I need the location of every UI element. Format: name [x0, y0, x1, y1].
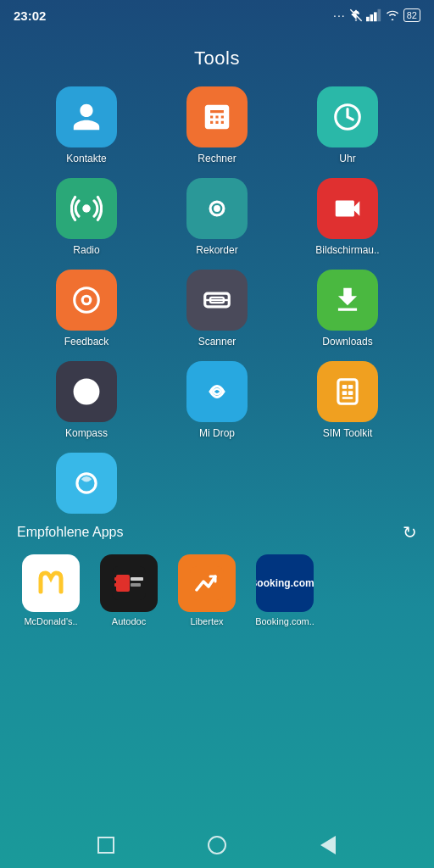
nav-home-button[interactable]: [205, 833, 229, 857]
app-label-uhr: Uhr: [339, 153, 355, 164]
rec-icon-autodoc: [100, 554, 158, 612]
battery-level: 82: [407, 10, 417, 20]
app-icon-sim-toolkit: [317, 361, 378, 422]
app-label-feedback: Feedback: [64, 336, 109, 348]
rec-app-booking[interactable]: Booking.com.. Booking.com..: [251, 554, 319, 626]
app-item-kontakte[interactable]: Kontakte: [25, 86, 147, 164]
app-icon-uhr: [317, 86, 378, 147]
nav-back-button[interactable]: [316, 833, 340, 857]
nav-bar: [0, 822, 434, 868]
app-item-sim-toolkit[interactable]: SIM Toolkit: [287, 361, 409, 439]
app-label-downloads: Downloads: [322, 336, 372, 348]
app-grid: Kontakte Rechner Uhr Radio Rekorder Bild…: [0, 86, 434, 439]
wifi-icon: [385, 9, 400, 21]
app-icon-chat: [56, 453, 117, 514]
svg-rect-0: [366, 17, 370, 21]
app-icon-bildschirmau: [317, 178, 378, 239]
app-item-chat[interactable]: [25, 453, 147, 514]
app-icon-kontakte: [56, 86, 117, 147]
app-icon-feedback: [56, 270, 117, 331]
svg-point-5: [82, 204, 91, 213]
app-label-sim-toolkit: SIM Toolkit: [323, 427, 372, 439]
more-dots-icon: ···: [333, 8, 346, 22]
page-title: Tools: [0, 47, 434, 70]
svg-rect-2: [374, 12, 377, 21]
rec-label-autodoc: Autodoc: [112, 616, 146, 626]
rec-label-libertex: Libertex: [190, 616, 223, 626]
app-icon-kompass: N: [56, 361, 117, 422]
recent-apps-icon: [97, 837, 114, 854]
app-icon-radio: [56, 178, 117, 239]
app-item-rechner[interactable]: Rechner: [156, 86, 278, 164]
app-icon-mi-drop: [186, 361, 248, 422]
status-bar: 23:02 ··· 82: [0, 0, 434, 31]
svg-rect-19: [348, 385, 353, 389]
rec-icon-mcdonalds: [22, 554, 80, 612]
nav-recent-button[interactable]: [94, 833, 118, 857]
app-item-feedback[interactable]: Feedback: [25, 270, 147, 348]
status-icons: ··· 82: [333, 8, 420, 22]
svg-rect-27: [114, 577, 118, 581]
svg-rect-22: [342, 397, 353, 398]
svg-rect-26: [116, 575, 130, 592]
app-label-scanner: Scanner: [198, 336, 236, 348]
rec-app-autodoc[interactable]: Autodoc: [95, 554, 163, 626]
battery-indicator: 82: [403, 8, 420, 22]
app-icon-rechner: [186, 86, 248, 147]
signal-icon: [366, 8, 381, 22]
partial-app-row: [0, 453, 434, 514]
app-label-kontakte: Kontakte: [66, 153, 106, 164]
svg-point-7: [214, 205, 220, 212]
app-label-bildschirmau: Bildschirmau..: [315, 244, 379, 256]
svg-rect-28: [114, 583, 118, 587]
svg-rect-1: [370, 14, 373, 21]
app-icon-downloads: [317, 270, 378, 331]
app-item-scanner[interactable]: Scanner: [156, 270, 278, 348]
recommended-title: Empfohlene Apps: [17, 525, 123, 540]
rec-label-mcdonalds: McDonald's..: [24, 616, 77, 626]
svg-rect-21: [348, 391, 353, 395]
app-item-rekorder[interactable]: Rekorder: [156, 178, 278, 256]
app-label-mi-drop: Mi Drop: [199, 427, 235, 439]
booking-text: Booking.com..: [256, 577, 314, 589]
back-icon: [320, 836, 336, 854]
rec-app-mcdonalds[interactable]: McDonald's..: [17, 554, 85, 626]
svg-rect-3: [377, 9, 381, 21]
app-icon-rekorder: [186, 178, 248, 239]
app-label-rechner: Rechner: [198, 153, 236, 164]
app-item-kompass[interactable]: N Kompass: [25, 361, 147, 439]
status-time: 23:02: [14, 8, 46, 23]
home-icon: [208, 836, 226, 854]
app-label-kompass: Kompass: [65, 427, 108, 439]
rec-icon-libertex: [178, 554, 236, 612]
svg-rect-18: [342, 385, 348, 389]
svg-point-10: [84, 298, 89, 303]
mute-icon: [349, 8, 363, 22]
recommended-grid: McDonald's.. Autodoc: [17, 554, 417, 626]
rec-icon-booking: Booking.com..: [256, 554, 314, 612]
app-item-bildschirmau[interactable]: Bildschirmau..: [287, 178, 409, 256]
app-item-mi-drop[interactable]: Mi Drop: [156, 361, 278, 439]
app-item-radio[interactable]: Radio: [25, 178, 147, 256]
rec-app-libertex[interactable]: Libertex: [173, 554, 241, 626]
app-label-rekorder: Rekorder: [196, 244, 237, 256]
svg-rect-20: [342, 391, 348, 395]
svg-rect-30: [131, 583, 141, 587]
svg-rect-29: [131, 577, 143, 581]
refresh-icon[interactable]: ↻: [403, 522, 417, 542]
recommended-section: Empfohlene Apps ↻ McDonald's..: [0, 514, 434, 626]
app-item-uhr[interactable]: Uhr: [287, 86, 409, 164]
svg-rect-17: [338, 380, 357, 404]
app-label-radio: Radio: [73, 244, 99, 256]
app-item-downloads[interactable]: Downloads: [287, 270, 409, 348]
rec-label-booking: Booking.com..: [255, 616, 314, 626]
recommended-header: Empfohlene Apps ↻: [17, 522, 417, 542]
svg-point-16: [85, 390, 89, 394]
app-icon-scanner: [186, 270, 248, 331]
